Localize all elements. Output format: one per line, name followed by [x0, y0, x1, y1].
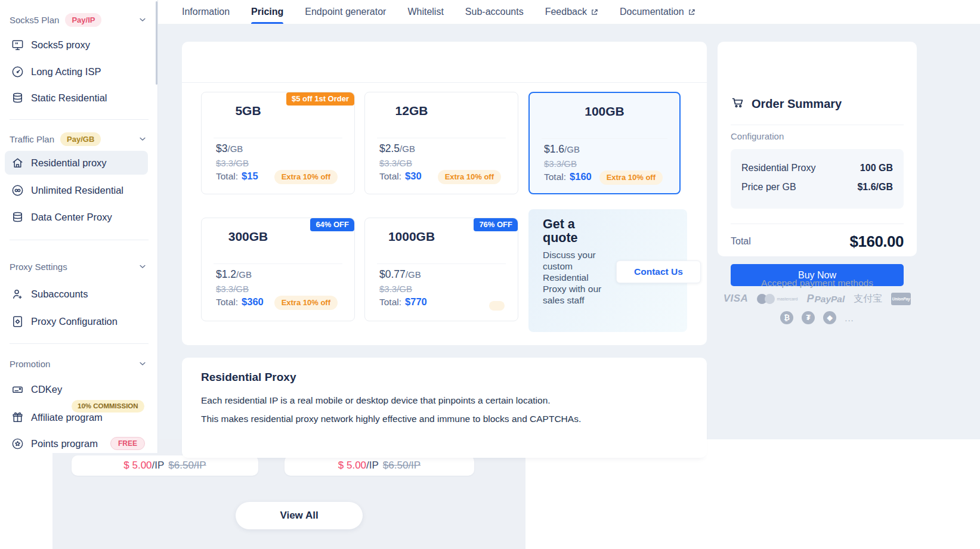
section-label: Socks5 Plan — [10, 15, 59, 25]
divider — [10, 119, 149, 120]
user-plus-icon — [11, 287, 24, 301]
plan-card-1000gb[interactable]: 76% OFF 1000GB $0.77/GB $3.3/GB Total:$7… — [364, 218, 518, 321]
discount-percent-badge: 64% OFF — [310, 218, 354, 231]
unionpay-logo-icon: UnionPay — [891, 293, 911, 305]
tab-pricing[interactable]: Pricing — [251, 0, 283, 24]
background-price-card[interactable]: $ 5.00/IP$6.50/IP — [72, 455, 258, 476]
get-a-quote-tile: Get a quote Discuss your custom Resident… — [528, 209, 687, 332]
cart-icon — [731, 95, 745, 112]
background-price: $ 5.00/IP$6.50/IP — [338, 460, 421, 472]
divider — [214, 138, 342, 138]
config-row: Residential Proxy 100 GB — [741, 159, 893, 178]
total-label: Total — [731, 236, 751, 247]
sidebar-section-socks5-plan[interactable]: Socks5 Plan Pay/IP — [10, 12, 149, 27]
sidebar-item-subaccounts[interactable]: Subaccounts — [11, 284, 148, 304]
sidebar-item-residential-proxy[interactable]: Residential proxy — [5, 151, 148, 175]
plan-size: 100GB — [530, 104, 679, 119]
payment-methods-heading: Acceped payment methods — [718, 278, 917, 289]
bitcoin-icon: ₿ — [780, 311, 793, 324]
plan-price: $0.77/GB — [379, 268, 421, 281]
view-all-button[interactable]: View All — [236, 502, 363, 529]
config-row-label: Residential Proxy — [741, 163, 816, 173]
star-circle-icon — [11, 437, 24, 451]
top-tab-bar: Information Pricing Endpoint generator W… — [158, 0, 980, 24]
contact-us-button[interactable]: Contact Us — [616, 260, 701, 283]
visa-logo-icon: VISA — [724, 293, 749, 305]
tab-endpoint-generator[interactable]: Endpoint generator — [305, 0, 386, 24]
sidebar-item-label: Static Residential — [31, 92, 107, 104]
background-price: $ 5.00/IP$6.50/IP — [123, 460, 206, 472]
plan-card-100gb-selected[interactable]: 100GB $1.6/GB $3.3/GB Total:$160 Extra 1… — [528, 92, 681, 194]
app-canvas: $ 5.00/IP$6.50/IP $ 5.00/IP$6.50/IP View… — [0, 0, 980, 549]
sidebar-item-proxy-configuration[interactable]: Proxy Configuration — [11, 311, 148, 331]
extra-discount-badge: Extra 10% off — [438, 170, 501, 184]
sidebar-section-traffic-plan[interactable]: Traffic Plan Pay/GB — [10, 131, 149, 147]
sidebar-item-label: Data Center Proxy — [31, 212, 112, 223]
plan-price: $1.6/GB — [544, 143, 580, 156]
chevron-down-icon — [138, 15, 147, 27]
plan-card-12gb[interactable]: 12GB $2.5/GB $3.3/GB Total:$30 Extra 10%… — [364, 92, 518, 194]
sidebar-item-long-acting-isp[interactable]: Long Acting ISP — [11, 61, 148, 82]
mastercard-word: mastercard — [777, 297, 797, 301]
first-order-badge: $5 off 1st Order — [286, 92, 354, 106]
home-icon — [11, 156, 24, 170]
price-old: $6.50/IP — [168, 460, 206, 471]
sidebar-item-cdkey[interactable]: CDKey — [11, 379, 148, 399]
total-value: $160.00 — [850, 232, 904, 251]
plan-old-price: $3.3/GB — [379, 158, 412, 168]
sidebar-section-proxy-settings[interactable]: Proxy Settings — [10, 259, 149, 274]
monitor-icon — [11, 38, 24, 52]
order-summary-title: Order Summary — [752, 97, 842, 111]
order-summary-header: Order Summary — [731, 95, 842, 112]
plan-old-price: $3.3/GB — [216, 284, 249, 294]
sidebar-item-points-program[interactable]: Points program FREE — [11, 433, 148, 454]
chevron-down-icon — [138, 359, 147, 371]
extra-discount-badge: Extra 10% off — [274, 170, 338, 184]
plan-card-300gb[interactable]: 64% OFF 300GB $1.2/GB $3.3/GB Total:$360… — [201, 218, 355, 321]
sidebar-item-label: Proxy Configuration — [31, 316, 118, 327]
tab-whitelist[interactable]: Whitelist — [407, 0, 443, 24]
extra-badge-clipped — [489, 301, 505, 311]
section-label: Traffic Plan — [10, 134, 54, 144]
chevron-down-icon — [138, 134, 147, 146]
sidebar-item-label: Long Acting ISP — [31, 66, 101, 77]
divider — [214, 263, 342, 264]
sidebar-item-data-center-proxy[interactable]: Data Center Proxy — [11, 207, 148, 227]
sidebar-scrollbar[interactable] — [156, 1, 157, 85]
ethereum-icon: ◆ — [823, 311, 836, 324]
tab-feedback[interactable]: Feedback — [545, 0, 598, 24]
residential-proxy-description-panel: Residential Proxy Each residential IP is… — [182, 358, 707, 458]
sidebar-item-unlimited-residential[interactable]: Unlimited Residential — [11, 180, 148, 200]
total-row: Total $160.00 — [731, 230, 904, 253]
background-price-card[interactable]: $ 5.00/IP$6.50/IP — [285, 455, 474, 476]
plan-size: 300GB — [202, 229, 354, 244]
tab-information[interactable]: Information — [182, 0, 230, 24]
order-summary-panel: Order Summary Configuration Residential … — [718, 42, 917, 256]
plan-total: Total:$15 — [216, 170, 258, 182]
plan-total: Total:$160 — [544, 171, 592, 182]
sidebar-item-socks5-proxy[interactable]: Socks5 proxy — [11, 35, 148, 55]
sidebar-item-static-residential[interactable]: Static Residential — [11, 88, 148, 108]
tab-label: Pricing — [251, 7, 283, 17]
plan-card-5gb[interactable]: $5 off 1st Order 5GB $3/GB $3.3/GB Total… — [201, 92, 355, 194]
plan-size: 1000GB — [365, 229, 518, 244]
sidebar-section-promotion[interactable]: Promotion — [10, 356, 149, 371]
divider — [542, 138, 667, 139]
sidebar-item-label: CDKey — [31, 384, 62, 395]
divider — [10, 240, 149, 240]
description-paragraph: Each residential IP is a real mobile or … — [201, 395, 551, 406]
description-paragraph: This makes residential proxy network hig… — [201, 414, 581, 424]
tab-sub-accounts[interactable]: Sub-accounts — [465, 0, 524, 24]
payment-logos-row: VISA mastercard PPayPal 支付宝 UnionPay — [718, 291, 917, 306]
description-title: Residential Proxy — [201, 371, 296, 384]
section-label: Promotion — [10, 359, 50, 369]
tether-icon: ₮ — [802, 311, 815, 324]
cdkey-icon — [11, 383, 24, 396]
configuration-label: Configuration — [731, 131, 784, 141]
tab-documentation[interactable]: Documentation — [620, 0, 695, 24]
commission-badge: 10% COMMISSION — [72, 400, 144, 412]
divider — [182, 82, 707, 83]
price-old: $6.50/IP — [383, 460, 421, 471]
config-row-value: 100 GB — [860, 163, 893, 173]
sidebar-item-label: Affiliate program — [31, 412, 103, 423]
